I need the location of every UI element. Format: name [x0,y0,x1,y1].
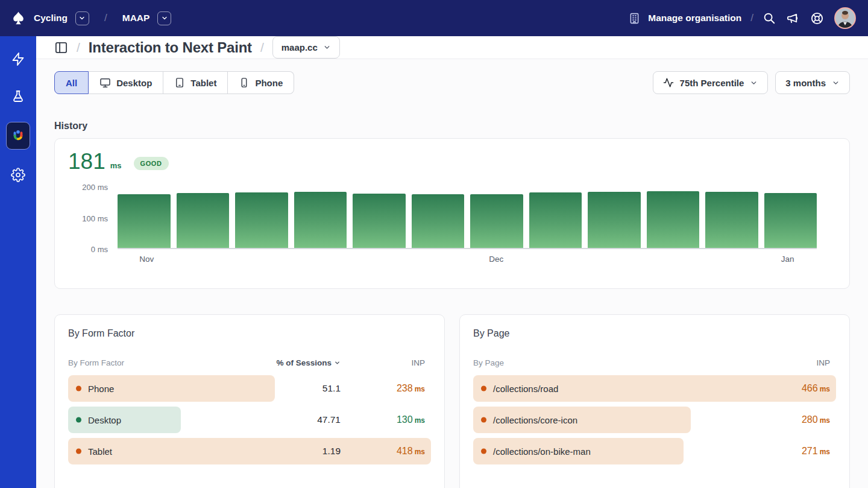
table-row[interactable]: /collections/road466ms [473,375,836,402]
sidebar-item-crux-vitals[interactable] [6,122,30,150]
page-title: Interaction to Next Paint [89,39,252,56]
chevron-down-icon [750,79,758,87]
chart-bar [235,192,288,248]
form-factor-rows: Phone51.1238msDesktop47.71130msTablet1.1… [68,375,431,464]
sidebar-toggle-icon[interactable] [54,40,68,54]
project-selector-label[interactable]: MAAP [122,13,150,24]
chart-bar [647,191,700,249]
chevron-down-icon [323,43,331,51]
site-selector-dropdown[interactable]: maap.cc [272,36,340,59]
flask-icon [11,89,25,104]
sidebar-item-settings[interactable] [6,163,30,187]
chart-bar [529,192,582,249]
chevron-down-icon [832,79,840,87]
row-label: /collections/road [493,384,558,394]
inp-value: 271ms [802,446,830,457]
chart-bar [588,192,641,248]
history-section-title: History [54,121,850,132]
form-factor-card: By Form Factor By Form Factor % of Sessi… [54,314,445,488]
status-badge: GOOD [134,157,169,170]
inp-bar [68,407,181,433]
table-row[interactable]: /collections/core-icon280ms [473,407,836,433]
topbar: Cycling / MAAP Manage organisation / [0,0,868,36]
table-row[interactable]: Tablet1.19418ms [68,438,431,464]
status-dot-icon [76,449,81,454]
page-header: / Interaction to Next Paint / maap.cc [36,36,868,59]
table-row[interactable]: Phone51.1238ms [68,375,431,402]
org-selector-chevron[interactable] [75,11,89,25]
phone-icon [239,77,250,88]
inp-value: 418ms [397,446,425,457]
chart-y-axis: 200 ms 100 ms 0 ms [68,186,118,249]
table-row[interactable]: /collections/on-bike-man271ms [473,438,836,464]
history-bars [118,186,817,248]
chart-bar [470,194,523,249]
crux-logo [10,128,26,144]
history-card: 181 ms GOOD 200 ms 100 ms 0 ms [54,138,850,289]
status-dot-icon [481,386,486,391]
history-chart: 200 ms 100 ms 0 ms [68,186,836,249]
avatar[interactable] [834,7,856,29]
x-tick: Nov [139,255,154,264]
card-title: By Page [473,328,836,339]
tab-all[interactable]: All [54,71,89,94]
inp-value: 238ms [397,383,425,394]
org-selector-label[interactable]: Cycling [34,13,68,24]
row-label: Desktop [88,415,121,425]
gear-icon [11,168,25,182]
chart-bar [764,193,817,248]
filter-row: All Desktop Tablet Phone [54,71,850,94]
help-ring-icon[interactable] [810,11,824,25]
sessions-value: 1.19 [322,446,341,457]
column-header-page: By Page [473,358,504,367]
chart-x-axis: NovDecJan [118,255,817,267]
column-header-inp: INP [411,358,425,367]
table-row[interactable]: Desktop47.71130ms [68,407,431,433]
lightning-icon [11,52,25,66]
chart-plot-area [118,186,817,249]
sidebar-item-experiments[interactable] [6,84,30,109]
pulse-icon [663,77,674,88]
row-label: Tablet [88,446,112,457]
breadcrumb-separator: / [260,40,264,55]
sessions-value: 51.1 [322,383,341,394]
project-selector-chevron[interactable] [157,11,171,25]
sidebar-item-speed[interactable] [6,47,30,71]
sessions-value: 47.71 [317,414,341,425]
date-range-dropdown[interactable]: 3 months [775,71,850,94]
inp-unit: ms [110,161,122,171]
chart-bar [412,194,465,248]
sort-chevron-icon [334,360,341,366]
chevron-down-icon [161,14,168,22]
sidebar [0,36,36,488]
tablet-icon [174,77,185,88]
by-page-rows: /collections/road466ms/collections/core-… [473,375,836,464]
search-icon[interactable] [763,11,776,25]
device-filter-group: All Desktop Tablet Phone [54,71,294,94]
row-label: /collections/core-icon [493,415,577,425]
inp-bar [68,438,431,464]
manage-organisation-link[interactable]: Manage organisation [648,13,741,24]
x-tick: Dec [489,255,503,264]
inp-value: 130ms [397,414,425,425]
y-tick: 200 ms [82,183,108,192]
inp-current-value: 181 [68,152,105,171]
row-label: /collections/on-bike-man [493,446,591,457]
column-header-sessions-sort[interactable]: % of Sessions [276,358,341,367]
chevron-down-icon [78,14,86,22]
y-tick: 100 ms [82,214,108,223]
spade-logo-icon[interactable] [11,11,26,26]
inp-value: 280ms [802,414,830,425]
status-dot-icon [481,417,486,423]
percentile-dropdown[interactable]: 75th Percentile [653,71,769,94]
x-tick: Jan [781,255,794,264]
status-dot-icon [76,417,81,423]
megaphone-icon[interactable] [786,11,800,25]
tab-tablet[interactable]: Tablet [163,71,228,94]
card-title: By Form Factor [68,328,431,339]
column-header-form-factor: By Form Factor [68,358,124,367]
by-page-card: By Page By Page INP /collections/road466… [459,314,850,488]
tab-phone[interactable]: Phone [228,71,294,94]
tab-desktop[interactable]: Desktop [89,71,163,94]
column-header-inp: INP [816,358,830,367]
